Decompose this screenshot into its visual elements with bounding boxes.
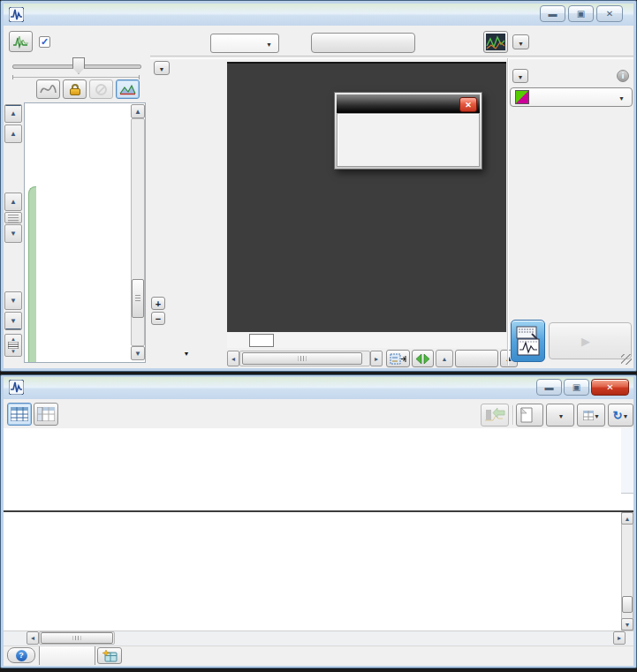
pagelist-scrollbar-thumb[interactable] — [132, 279, 144, 318]
minimize-button[interactable]: ▬ — [540, 5, 565, 22]
restore-button[interactable]: ▣ — [564, 379, 589, 396]
mini-table-icon — [583, 411, 594, 420]
scroll-up-button[interactable] — [4, 193, 22, 211]
table-hscroll-left[interactable] — [27, 631, 39, 645]
new-sheet-button[interactable] — [97, 647, 122, 664]
lock-tool-button[interactable] — [63, 79, 87, 99]
table-view-icon — [11, 407, 28, 421]
datapad-window: ▬ ▣ ✕ — [0, 374, 637, 668]
add-column-button[interactable] — [516, 404, 543, 427]
wave-tool-button[interactable] — [36, 79, 60, 99]
close-button[interactable]: ✕ — [591, 379, 629, 396]
summary-view-icon — [37, 407, 55, 421]
tab-data-pad[interactable] — [39, 646, 95, 665]
wave-icon — [40, 84, 57, 95]
play-icon: ▶ — [581, 335, 590, 348]
timebase-button[interactable] — [455, 350, 498, 367]
chevron-down-icon — [594, 410, 600, 420]
add-data-button[interactable] — [577, 404, 605, 427]
chevron-down-icon — [266, 38, 272, 49]
format-button[interactable] — [546, 404, 574, 427]
marker-handle[interactable] — [179, 337, 193, 359]
new-sheet-icon — [102, 650, 118, 662]
panel-divider — [150, 56, 633, 59]
chart-preview-icon — [486, 34, 505, 50]
slider-ruler — [12, 77, 140, 78]
overlay-waves-icon — [12, 35, 29, 49]
minimize-button[interactable]: ▬ — [536, 379, 562, 396]
overlay-pages-button[interactable] — [9, 31, 33, 52]
table-vscroll-down[interactable] — [621, 618, 633, 630]
info-icon[interactable]: i — [617, 70, 629, 82]
help-icon: ? — [16, 650, 27, 661]
scroll-up-page-button[interactable] — [4, 125, 22, 143]
value-popup-window[interactable]: ✕ — [334, 92, 482, 170]
hscroll-right-button[interactable] — [370, 351, 383, 366]
compact-view-icon — [390, 353, 406, 365]
zoom-in-button[interactable]: + — [151, 297, 165, 310]
help-button[interactable]: ? — [7, 647, 35, 663]
hscroll-thumb[interactable] — [242, 352, 362, 365]
value-popup-close-button[interactable]: ✕ — [459, 97, 477, 112]
scroll-down-button[interactable] — [4, 224, 22, 243]
chevron-down-icon — [622, 410, 628, 420]
sampling-panel-dropdown[interactable] — [512, 69, 528, 83]
page-flip-button[interactable] — [412, 350, 434, 367]
table-hscroll-right[interactable] — [613, 631, 626, 645]
table-hscroll-thumb[interactable] — [41, 632, 113, 644]
ruler-tick-left — [12, 75, 13, 79]
disable-tool-button[interactable] — [89, 79, 113, 99]
scroll-bottom-button[interactable] — [4, 312, 22, 330]
send-to-chart-button[interactable] — [481, 404, 509, 427]
zoom-out-button[interactable]: − — [151, 312, 165, 325]
analysis-tool-button[interactable] — [116, 79, 140, 99]
mode-select[interactable] — [210, 34, 279, 53]
page-navigator-button[interactable] — [4, 334, 22, 357]
datapad-transfer-button[interactable] — [511, 320, 545, 362]
page-list[interactable] — [24, 102, 146, 363]
compact-view-button[interactable] — [386, 350, 410, 367]
scroll-top-button[interactable] — [4, 104, 22, 123]
overlay-checkbox[interactable]: ✓ — [39, 36, 50, 48]
sampling-button[interactable] — [311, 33, 415, 53]
restore-button[interactable]: ▣ — [568, 5, 594, 22]
chevron-down-icon — [518, 37, 524, 48]
split-line[interactable] — [4, 510, 633, 512]
y-axis-ticks — [219, 62, 227, 332]
summary-view-button[interactable] — [34, 403, 58, 426]
chevron-down-icon — [159, 63, 165, 73]
table-vscroll-up[interactable] — [621, 512, 633, 525]
overlay-group-indicator — [28, 186, 36, 363]
resize-grip[interactable] — [621, 354, 632, 365]
toolbar-separator — [512, 405, 513, 425]
refresh-table-button[interactable]: ↻ — [608, 404, 633, 427]
value-popup-titlebar[interactable]: ✕ — [337, 94, 480, 113]
area-chart-icon — [119, 84, 136, 95]
hscroll-left-button[interactable] — [227, 351, 239, 366]
start-button[interactable]: ▶ — [549, 322, 632, 359]
table-vscroll-thumb[interactable] — [622, 596, 633, 613]
lock-icon — [70, 84, 80, 95]
timebase-decrease-button[interactable] — [436, 350, 453, 367]
amplitude-dropdown-button[interactable] — [154, 61, 170, 75]
app-icon — [9, 7, 24, 22]
chart-preview-button[interactable] — [483, 31, 508, 53]
pagelist-scroll-down[interactable] — [131, 346, 145, 360]
channel-select[interactable] — [510, 87, 633, 107]
header-filler — [621, 428, 633, 494]
pagelist-scroll-up[interactable] — [131, 104, 145, 118]
value-popup-body — [337, 113, 480, 167]
marker-position-box[interactable] — [249, 334, 274, 347]
chart-arrow-icon — [484, 407, 505, 423]
scroll-down-page-button[interactable] — [4, 291, 22, 310]
rate-dropdown-button[interactable] — [512, 34, 529, 49]
full-table-view-button[interactable] — [7, 403, 32, 426]
scroll-grip[interactable] — [4, 212, 22, 223]
datapad-transfer-icon — [516, 326, 540, 356]
channel-color-swatch — [515, 90, 529, 104]
close-button[interactable]: ✕ — [596, 5, 623, 22]
green-arrows-icon — [415, 354, 430, 364]
down-icon — [11, 349, 16, 354]
grid-icon — [8, 342, 19, 349]
datapad-table[interactable] — [4, 428, 633, 630]
